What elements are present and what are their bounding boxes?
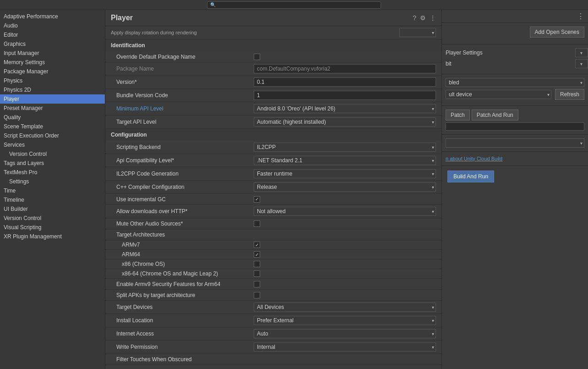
dropdown-allow-http[interactable]: Not allowed: [254, 207, 436, 216]
sidebar-item-textmesh-pro[interactable]: TextMesh Pro: [0, 168, 105, 177]
dropdown-install-location[interactable]: Prefer External: [254, 316, 436, 325]
refresh-button[interactable]: Refresh: [555, 89, 584, 100]
sidebar-item-preset-manager[interactable]: Preset Manager: [0, 104, 105, 113]
platform-dropdown[interactable]: [446, 138, 584, 148]
row-target-devices: Target Devices All Devices: [105, 301, 441, 314]
bit-dropdown[interactable]: ▾: [575, 59, 588, 68]
row-filter-touches: Filter Touches When Obscured: [105, 354, 441, 365]
dropdown-target-devices[interactable]: All Devices: [254, 303, 436, 312]
value-mute-audio: [254, 220, 436, 227]
sidebar-item-version-control2[interactable]: Version Control: [0, 214, 105, 223]
row-mute-audio: Mute Other Audio Sources*: [105, 218, 441, 229]
dropdown-write-permission[interactable]: Internal: [254, 342, 436, 352]
sidebar: Adaptive PerformanceAudioEditorGraphicsI…: [0, 10, 105, 369]
bit-label: bit: [446, 61, 573, 67]
value-armv9-security: [254, 281, 436, 287]
sidebar-item-version-control[interactable]: Version Control: [0, 149, 105, 159]
dropdown-internet-access[interactable]: Auto: [254, 329, 436, 338]
row-api-compat: Api Compatibility Level* .NET Standard 2…: [105, 154, 441, 167]
sidebar-item-time[interactable]: Time: [0, 186, 105, 195]
sidebar-item-ui-builder[interactable]: UI Builder: [0, 204, 105, 214]
input-package-name[interactable]: [254, 64, 436, 73]
sidebar-item-tags-and-layers[interactable]: Tags and Layers: [0, 159, 105, 168]
input-version[interactable]: [254, 77, 436, 87]
checkbox-incremental-gc[interactable]: [254, 196, 260, 203]
input-bundle-version[interactable]: [254, 91, 436, 100]
help-icon[interactable]: ?: [413, 14, 416, 22]
sidebar-item-services[interactable]: Services: [0, 140, 105, 149]
row-x86-64: x86-64 (Chrome OS and Magic Leap 2): [105, 269, 441, 279]
label-armv7: ARMv7: [122, 242, 254, 248]
settings-content: Apply display rotation during rendering …: [105, 26, 441, 365]
patch-button[interactable]: Patch: [446, 110, 470, 121]
patch-input[interactable]: [446, 122, 584, 131]
label-override-package: Override Default Package Name: [116, 54, 254, 60]
sidebar-item-timeline[interactable]: Timeline: [0, 195, 105, 204]
right-panel-menu-icon[interactable]: ⋮: [577, 12, 584, 21]
row-bundle-version: Bundle Version Code: [105, 89, 441, 102]
sidebar-item-xr-plugin-management[interactable]: XR Plugin Management: [0, 232, 105, 241]
value-allow-http: Not allowed: [254, 207, 436, 216]
checkbox-split-apks[interactable]: [254, 292, 260, 298]
row-internet-access: Internet Access Auto: [105, 327, 441, 341]
row-version: Version*: [105, 76, 441, 89]
sidebar-item-physics[interactable]: Physics: [0, 76, 105, 85]
sidebar-item-quality[interactable]: Quality: [0, 113, 105, 122]
checkbox-arm64[interactable]: [254, 251, 260, 258]
dropdown-api-compat[interactable]: .NET Standard 2.1: [254, 156, 436, 165]
checkbox-x86[interactable]: [254, 261, 260, 267]
device-dropdown[interactable]: ult device: [446, 90, 551, 99]
build-and-run-button[interactable]: Build And Run: [447, 171, 494, 182]
checkbox-override-package[interactable]: [254, 54, 260, 60]
device-section: bled ult device Refresh: [442, 74, 588, 106]
truncated-dropdown[interactable]: [399, 28, 436, 37]
label-arm64: ARM64: [122, 251, 254, 258]
checkbox-mute-audio[interactable]: [254, 220, 260, 227]
add-open-scenes-button[interactable]: Add Open Scenes: [530, 27, 584, 38]
dropdown-target-api[interactable]: Automatic (highest installed): [254, 117, 436, 127]
patch-and-run-button[interactable]: Patch And Run: [472, 110, 518, 121]
label-mute-audio: Mute Other Audio Sources*: [116, 220, 254, 227]
sidebar-item-script-execution-order[interactable]: Script Execution Order: [0, 131, 105, 140]
enabled-dropdown[interactable]: bled: [446, 78, 584, 87]
label-version: Version*: [116, 79, 254, 85]
main-layout: Adaptive PerformanceAudioEditorGraphicsI…: [0, 10, 588, 369]
sidebar-item-scene-template[interactable]: Scene Template: [0, 122, 105, 131]
sidebar-item-visual-scripting[interactable]: Visual Scripting: [0, 223, 105, 232]
sidebar-item-editor[interactable]: Editor: [0, 30, 105, 39]
sidebar-item-package-manager[interactable]: Package Manager: [0, 67, 105, 76]
settings-area: Apply display rotation during rendering …: [105, 26, 441, 369]
platform-dropdown-wrapper: [446, 138, 584, 148]
sidebar-item-physics-2d[interactable]: Physics 2D: [0, 85, 105, 94]
sidebar-item-audio[interactable]: Audio: [0, 21, 105, 30]
settings-icon[interactable]: ⚙: [420, 14, 426, 22]
sidebar-item-graphics[interactable]: Graphics: [0, 39, 105, 49]
dropdown-scripting-backend[interactable]: IL2CPP: [254, 143, 436, 152]
sidebar-item-adaptive-performance[interactable]: Adaptive Performance: [0, 12, 105, 21]
checkbox-x86-64[interactable]: [254, 270, 260, 277]
sidebar-item-input-manager[interactable]: Input Manager: [0, 49, 105, 58]
row-split-apks: Split APKs by target architecture: [105, 290, 441, 301]
label-api-compat: Api Compatibility Level*: [116, 157, 254, 164]
dropdown-il2cpp-codegen[interactable]: Faster runtime: [254, 169, 436, 178]
label-x86-64: x86-64 (Chrome OS and Magic Leap 2): [122, 270, 254, 277]
checkbox-armv9-security[interactable]: [254, 281, 260, 287]
build-section: Build And Run: [442, 166, 588, 187]
dropdown-cpp-config[interactable]: Release: [254, 182, 436, 192]
search-bar[interactable]: 🔍: [207, 1, 381, 9]
sidebar-item-settings[interactable]: Settings: [0, 177, 105, 186]
label-il2cpp-codegen: IL2CPP Code Generation: [116, 171, 254, 177]
device-row: ult device Refresh: [446, 89, 584, 100]
more-icon[interactable]: ⋮: [430, 14, 436, 22]
dropdown-min-api[interactable]: Android 8.0 'Oreo' (API level 26): [254, 104, 436, 113]
sidebar-item-memory-settings[interactable]: Memory Settings: [0, 58, 105, 67]
row-min-api: Minimum API Level Android 8.0 'Oreo' (AP…: [105, 102, 441, 116]
value-scripting-backend: IL2CPP: [254, 143, 436, 152]
label-min-api[interactable]: Minimum API Level: [116, 105, 254, 112]
checkbox-armv7[interactable]: [254, 242, 260, 248]
sidebar-item-player[interactable]: Player: [0, 94, 105, 104]
player-settings-dropdown[interactable]: ▾: [575, 48, 588, 57]
row-target-arch-header: Target Architectures: [105, 229, 441, 240]
section-identification: Identification: [105, 39, 441, 51]
cloud-build-link[interactable]: n about Unity Cloud Build: [446, 156, 502, 161]
